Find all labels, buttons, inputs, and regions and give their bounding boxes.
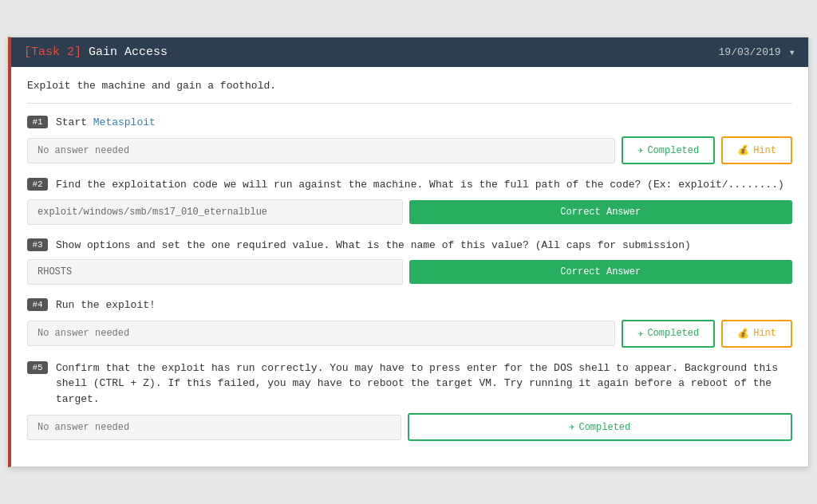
completed-label-1: Completed [647, 145, 699, 156]
hint-button-4[interactable]: Hint [721, 320, 792, 348]
header-date: 19/03/2019 [719, 46, 781, 58]
answer-input-1[interactable] [27, 138, 615, 163]
question-block-1: #1 Start Metasploit Completed Hint [27, 115, 792, 165]
correct-label-3: Correct Answer [560, 266, 641, 278]
check-icon-4 [637, 328, 643, 340]
question-header-4: #4 Run the exploit! [27, 297, 792, 313]
correct-label-2: Correct Answer [560, 207, 641, 218]
answer-input-3[interactable] [27, 259, 403, 285]
completed-button-1[interactable]: Completed [622, 136, 715, 164]
question-text-1: Start Metasploit [56, 115, 156, 131]
question-block-2: #2 Find the exploitation code we will ru… [27, 177, 792, 225]
completed-button-4[interactable]: Completed [622, 320, 715, 348]
answer-input-2[interactable] [27, 199, 403, 225]
answer-row-4: Completed Hint [27, 320, 792, 348]
question-number-4: #4 [27, 298, 48, 311]
answer-input-5[interactable] [27, 415, 401, 440]
title-text: Gain Access [81, 45, 168, 59]
completed-button-5[interactable]: Completed [408, 413, 793, 441]
check-icon-5 [569, 421, 574, 433]
correct-button-3[interactable]: Correct Answer [409, 260, 793, 284]
question-text-2: Find the exploitation code we will run a… [56, 177, 784, 193]
metasploit-highlight: Metasploit [93, 116, 156, 128]
chevron-down-icon[interactable]: ▾ [789, 45, 795, 59]
question-text-3: Show options and set the one required va… [56, 238, 691, 254]
completed-label-5: Completed [578, 422, 630, 433]
divider [27, 103, 792, 104]
answer-row-1: Completed Hint [27, 136, 792, 164]
hint-icon-4 [737, 328, 749, 340]
body-content: Exploit the machine and gain a foothold.… [11, 67, 808, 467]
question-text-5: Confirm that the exploit has run correct… [56, 360, 792, 408]
question-header-1: #1 Start Metasploit [27, 115, 792, 131]
answer-row-5: Completed [27, 413, 792, 441]
hint-button-1[interactable]: Hint [721, 136, 792, 164]
question-number-1: #1 [27, 116, 48, 128]
question-text-4: Run the exploit! [56, 297, 156, 313]
task-bracket: [Task 2] [24, 45, 81, 59]
question-number-5: #5 [27, 361, 48, 374]
hint-label-1: Hint [753, 145, 776, 156]
correct-button-2[interactable]: Correct Answer [409, 200, 793, 224]
check-icon-1 [637, 144, 643, 156]
question-header-3: #3 Show options and set the one required… [27, 238, 792, 254]
hint-label-4: Hint [753, 328, 776, 339]
header-title: [Task 2] Gain Access [24, 45, 168, 59]
question-block-3: #3 Show options and set the one required… [27, 238, 792, 285]
question-header-5: #5 Confirm that the exploit has run corr… [27, 360, 792, 408]
answer-row-3: Correct Answer [27, 259, 792, 285]
main-container: [Task 2] Gain Access 19/03/2019 ▾ Exploi… [8, 37, 809, 468]
question-block-4: #4 Run the exploit! Completed Hint [27, 297, 792, 348]
answer-input-4[interactable] [27, 321, 615, 346]
question-number-2: #2 [27, 178, 48, 191]
hint-icon-1 [737, 144, 749, 156]
intro-text: Exploit the machine and gain a foothold. [27, 80, 792, 92]
question-number-3: #3 [27, 238, 48, 251]
answer-row-2: Correct Answer [27, 199, 792, 225]
header-right: 19/03/2019 ▾ [719, 45, 795, 59]
question-header-2: #2 Find the exploitation code we will ru… [27, 177, 792, 193]
completed-label-4: Completed [647, 328, 699, 339]
question-block-5: #5 Confirm that the exploit has run corr… [27, 360, 792, 442]
task-header: [Task 2] Gain Access 19/03/2019 ▾ [11, 37, 808, 67]
